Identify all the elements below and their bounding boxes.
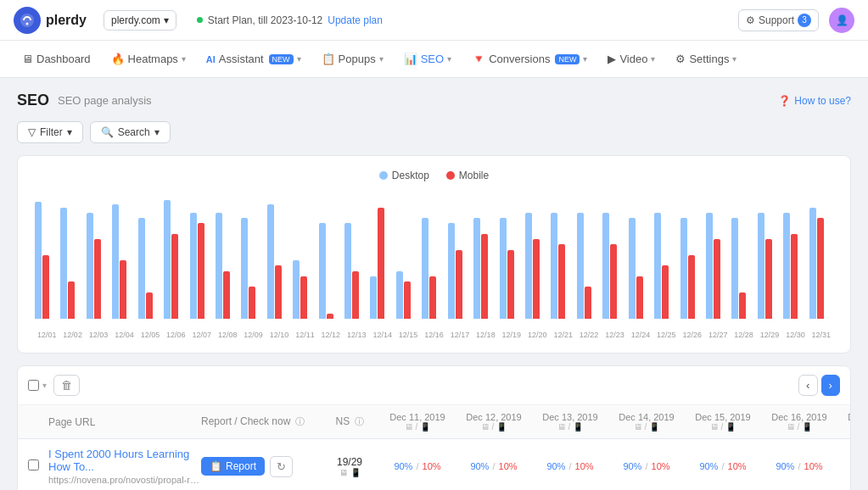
bar-mobile-26 [714, 239, 720, 319]
bar-group-24 [654, 213, 678, 319]
x-label-10: 12/11 [293, 331, 316, 339]
bar-mobile-16 [456, 250, 462, 319]
row-url-link[interactable]: I Spent 2000 Hours Learning How To... [48, 448, 189, 473]
bar-mobile-1 [68, 281, 75, 319]
page-content: SEO SEO page analysis ❓ How to use? ▽ Fi… [0, 78, 868, 490]
how-to-use-link[interactable]: ❓ How to use? [778, 95, 851, 107]
assistant-badge: NEW [269, 54, 294, 64]
legend-mobile-label: Mobile [459, 170, 489, 181]
page-title: SEO [17, 92, 49, 109]
nav-heatmaps[interactable]: 🔥 Heatmaps ▾ [103, 47, 194, 70]
domain-label: plerdy.com [111, 14, 160, 26]
x-label-25: 12/26 [680, 331, 704, 339]
bar-desktop-26 [706, 213, 713, 319]
bar-group-18 [500, 218, 524, 319]
assistant-chevron-icon: ▾ [297, 54, 301, 64]
bar-group-9 [267, 204, 291, 319]
bar-mobile-14 [404, 281, 411, 319]
x-label-8: 12/09 [241, 331, 265, 339]
support-button[interactable]: ⚙ Support 3 [738, 9, 819, 31]
prev-page-button[interactable]: ‹ [798, 375, 817, 396]
bar-mobile-17 [481, 234, 488, 319]
bar-group-17 [473, 218, 497, 319]
nav-video[interactable]: ▶ Video ▾ [599, 47, 664, 70]
legend-mobile: Mobile [446, 170, 489, 181]
search-chevron-icon: ▾ [154, 126, 160, 138]
nav-seo[interactable]: 📊 SEO ▾ [395, 47, 460, 70]
support-label: Support [759, 14, 794, 26]
bar-group-23 [629, 218, 652, 319]
select-all-checkbox[interactable] [28, 380, 39, 391]
row-checkbox-col [28, 459, 48, 473]
bar-mobile-2 [94, 239, 101, 319]
bar-group-30 [809, 208, 833, 319]
logo-text: plerdy [46, 13, 87, 28]
x-label-24: 12/25 [654, 331, 678, 339]
bar-desktop-14 [396, 271, 403, 319]
nav-popups-label: Popups [339, 53, 376, 65]
refresh-button[interactable]: ↻ [270, 456, 293, 477]
row-pct-3: 90% / 10% [608, 461, 685, 471]
bar-mobile-20 [558, 244, 565, 319]
bar-desktop-12 [344, 223, 351, 319]
bar-mobile-21 [585, 287, 591, 319]
bar-mobile-9 [275, 265, 282, 319]
x-label-7: 12/08 [216, 331, 239, 339]
delete-button[interactable]: 🗑 [53, 375, 80, 396]
nav-dashboard[interactable]: 🖥 Dashboard [14, 47, 99, 70]
page-subtitle: SEO page analysis [58, 94, 152, 107]
filter-button[interactable]: ▽ Filter ▾ [17, 121, 83, 143]
pct-desktop-3: 90% [623, 461, 641, 471]
bar-mobile-25 [688, 255, 695, 319]
nav-settings[interactable]: ⚙ Settings ▾ [667, 47, 745, 70]
mobile-legend-dot [446, 171, 455, 180]
chart-card: Desktop Mobile 12/0112/0212/0312/0412/05… [17, 155, 851, 354]
bar-group-27 [731, 218, 755, 319]
bar-group-5 [164, 200, 188, 319]
update-plan-link[interactable]: Update plan [328, 14, 383, 26]
report-button[interactable]: 📋 Report [201, 457, 265, 476]
nav-popups[interactable]: 📋 Popups ▾ [313, 47, 392, 70]
row-pct-4: 90% / 10% [685, 461, 761, 471]
avatar[interactable]: 👤 [829, 8, 854, 33]
table-toolbar: ▾ 🗑 ‹ › [18, 366, 850, 405]
svg-point-1 [26, 22, 29, 25]
bar-desktop-18 [500, 218, 507, 319]
top-bar: plerdy plerdy.com ▾ Start Plan, till 202… [0, 0, 868, 41]
bar-mobile-7 [223, 271, 230, 319]
desktop-legend-dot [379, 171, 388, 180]
bar-mobile-19 [533, 239, 540, 319]
nav-conversions[interactable]: 🔻 Conversions NEW ▾ [463, 47, 596, 70]
x-labels: 12/0112/0212/0312/0412/0512/0612/0712/08… [35, 331, 833, 339]
plan-status-dot [197, 17, 203, 23]
bar-desktop-24 [654, 213, 661, 319]
table-card: ▾ 🗑 ‹ › Page URL Report / Check now ⓘ [17, 365, 851, 490]
nav-seo-label: SEO [421, 53, 444, 65]
domain-selector[interactable]: plerdy.com ▾ [104, 10, 176, 31]
header-dec12: Dec 12, 2019 🖥 / 📱 [456, 412, 532, 432]
bar-desktop-20 [551, 213, 557, 319]
bar-desktop-5 [164, 200, 171, 319]
bar-desktop-28 [758, 213, 764, 319]
header-dec14: Dec 14, 2019 🖥 / 📱 [608, 412, 685, 432]
row-pct-1: 90% / 10% [456, 461, 532, 471]
question-icon: ❓ [778, 95, 791, 107]
search-button[interactable]: 🔍 Search ▾ [90, 121, 171, 143]
bar-mobile-8 [249, 287, 255, 319]
table-pagination: ‹ › [798, 375, 840, 396]
row-checkbox[interactable] [28, 459, 39, 471]
next-page-button[interactable]: › [821, 375, 840, 396]
bar-desktop-1 [60, 208, 67, 319]
bar-group-15 [422, 218, 445, 319]
bar-group-16 [448, 223, 472, 319]
search-icon: 🔍 [101, 126, 114, 138]
bar-desktop-19 [525, 213, 532, 319]
x-label-5: 12/06 [164, 331, 188, 339]
x-label-2: 12/03 [87, 331, 110, 339]
svg-point-0 [20, 14, 34, 27]
x-label-12: 12/13 [344, 331, 368, 339]
x-label-22: 12/23 [602, 331, 626, 339]
chart-area [35, 192, 833, 327]
bar-mobile-29 [791, 234, 798, 319]
nav-assistant[interactable]: AI Assistant NEW ▾ [198, 47, 310, 70]
